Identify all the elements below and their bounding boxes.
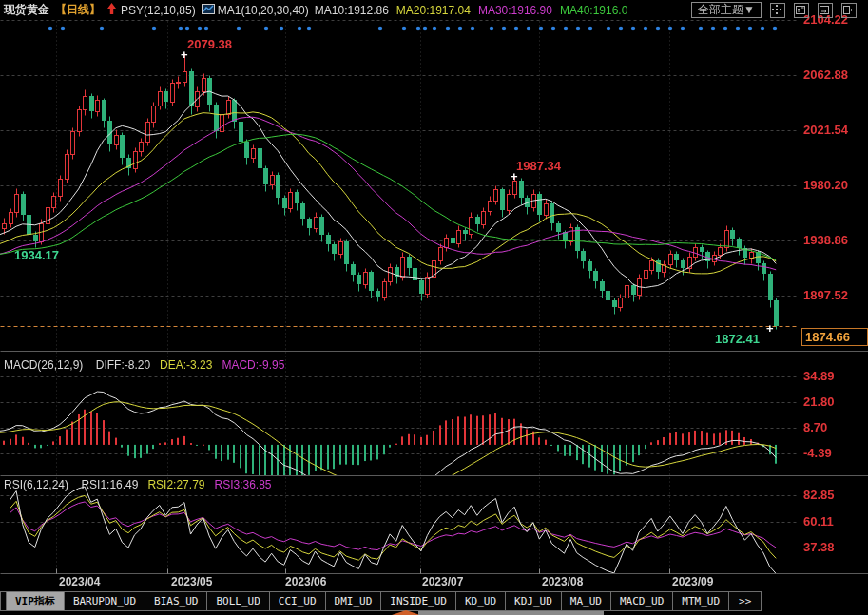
tab-indicator-7[interactable]: KD_UD bbox=[455, 591, 506, 611]
psy-indicator-label: PSY(12,10,85) bbox=[121, 4, 196, 17]
ma-value-2: MA20:1917.04 bbox=[396, 4, 471, 17]
pane-arrow-up-icon[interactable] bbox=[794, 3, 809, 18]
period-label[interactable]: 【日线】 bbox=[55, 2, 101, 18]
tab-indicator-11[interactable]: MTM_UD bbox=[672, 591, 729, 611]
tab-indicator-8[interactable]: KDJ_UD bbox=[505, 591, 562, 611]
ma-group-label: MA1(10,20,30,40) bbox=[218, 4, 309, 17]
pane-arrow-out-icon[interactable] bbox=[841, 3, 857, 18]
ma-value-1: MA10:1912.86 bbox=[315, 4, 389, 17]
theme-dropdown-button[interactable]: 全部主题▼ bbox=[691, 2, 762, 18]
more-tabs-button[interactable]: >> bbox=[728, 591, 762, 611]
ma-values: MA10:1912.86MA20:1917.04MA30:1916.90MA40… bbox=[315, 4, 636, 17]
tab-indicator-10[interactable]: MACD_UD bbox=[610, 591, 673, 611]
pane-arrow-right-icon[interactable] bbox=[818, 3, 833, 18]
scroll-orange-marker bbox=[392, 610, 420, 615]
symbol-name: 现货黄金 bbox=[4, 2, 49, 18]
tab-indicator-6[interactable]: INSIDE_UD bbox=[380, 591, 456, 611]
mini-chart-icon bbox=[202, 4, 215, 17]
ma-value-3: MA30:1916.90 bbox=[478, 4, 552, 17]
tab-indicator-0[interactable]: VIP指标 bbox=[6, 591, 65, 611]
tab-indicator-3[interactable]: BOLL_UD bbox=[206, 591, 269, 611]
toolbar-right-group: 全部主题▼ bbox=[691, 2, 862, 18]
indicator-tab-bar: VIP指标BARUPDN_UDBIAS_UDBOLL_UDCCI_UDDMI_U… bbox=[0, 591, 868, 615]
tab-indicator-4[interactable]: CCI_UD bbox=[269, 591, 326, 611]
tab-indicator-5[interactable]: DMI_UD bbox=[325, 591, 382, 611]
tab-indicator-2[interactable]: BIAS_UD bbox=[145, 591, 207, 611]
tab-indicator-9[interactable]: MA_UD bbox=[561, 591, 611, 611]
crosshair-icon[interactable] bbox=[770, 3, 785, 18]
horizontal-scrollbar-thumb[interactable] bbox=[418, 611, 604, 615]
toolbar: 现货黄金 【日线】 PSY(12,10,85) MA1(10,20,30,40)… bbox=[0, 0, 868, 20]
candlestick-chart-canvas[interactable] bbox=[0, 0, 868, 615]
tab-indicator-1[interactable]: BARUPDN_UD bbox=[64, 591, 145, 611]
up-arrow-icon bbox=[106, 3, 117, 18]
ma-value-4: MA40:1916.0 bbox=[560, 4, 627, 17]
trading-app-window: 现货黄金 【日线】 PSY(12,10,85) MA1(10,20,30,40)… bbox=[0, 0, 868, 615]
